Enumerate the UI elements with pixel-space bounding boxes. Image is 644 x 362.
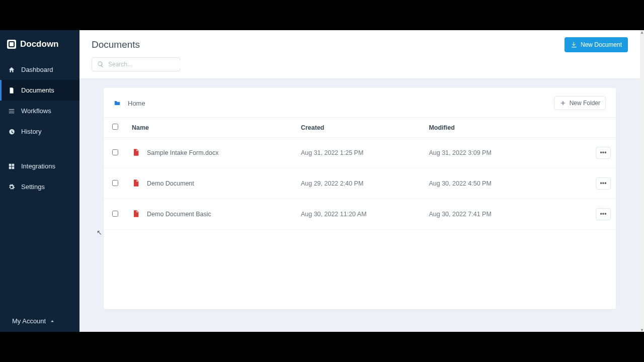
ellipsis-icon: ••• <box>600 180 606 187</box>
file-modified: Aug 30, 2022 4:50 PM <box>424 168 586 199</box>
sidebar: Docdown Dashboard Documents Workflows Hi… <box>0 30 79 332</box>
sidebar-item-label: Integrations <box>21 162 55 170</box>
new-folder-button[interactable]: New Folder <box>554 96 606 110</box>
sidebar-item-label: Documents <box>21 86 54 94</box>
row-checkbox[interactable] <box>112 149 118 155</box>
documents-table: Name Created Modified Sample Intake Form… <box>104 117 616 230</box>
history-icon <box>8 128 15 135</box>
chevron-up-icon <box>49 318 56 325</box>
table-row[interactable]: Demo Document Basic Aug 30, 2022 11:20 A… <box>104 199 616 230</box>
sidebar-item-label: Dashboard <box>21 66 53 73</box>
scrollbar[interactable] <box>640 30 644 332</box>
main: Documents New Document Home <box>79 30 640 332</box>
file-modified: Aug 30, 2022 7:41 PM <box>424 199 586 230</box>
download-icon <box>571 41 578 48</box>
row-actions-button[interactable]: ••• <box>596 177 611 190</box>
sidebar-item-label: Workflows <box>21 107 51 115</box>
plus-icon <box>559 100 567 107</box>
folder-icon <box>114 100 121 107</box>
sidebar-item-history[interactable]: History <box>0 121 79 142</box>
home-icon <box>8 66 15 73</box>
row-actions-button[interactable]: ••• <box>596 147 611 159</box>
brand-icon <box>7 40 16 49</box>
my-account-label: My Account <box>12 317 46 325</box>
gear-icon <box>8 184 15 191</box>
sidebar-item-label: Settings <box>21 183 45 191</box>
file-created: Aug 31, 2022 1:25 PM <box>296 138 424 168</box>
column-modified[interactable]: Modified <box>424 118 586 138</box>
table-row[interactable]: Sample Intake Form.docx Aug 31, 2022 1:2… <box>104 138 616 168</box>
new-document-label: New Document <box>581 41 622 48</box>
row-actions-button[interactable]: ••• <box>596 208 611 220</box>
ellipsis-icon: ••• <box>600 211 606 218</box>
breadcrumb[interactable]: Home <box>114 100 145 107</box>
bars-icon <box>8 108 15 115</box>
pdf-icon <box>132 210 140 219</box>
brand-name: Docdown <box>20 39 59 49</box>
ellipsis-icon: ••• <box>600 149 606 156</box>
scroll-up-icon[interactable]: ▲ <box>640 30 644 34</box>
sidebar-item-workflows[interactable]: Workflows <box>0 101 79 121</box>
scroll-down-icon[interactable]: ▼ <box>640 328 644 332</box>
sidebar-item-dashboard[interactable]: Dashboard <box>0 59 79 80</box>
table-row[interactable]: Demo Document Aug 29, 2022 2:40 PM Aug 3… <box>104 168 616 199</box>
column-created[interactable]: Created <box>296 118 424 138</box>
search-icon <box>97 61 104 68</box>
search-input[interactable] <box>108 61 184 68</box>
column-name[interactable]: Name <box>127 118 296 138</box>
documents-panel: Home New Folder Name Created Modified <box>104 88 616 309</box>
file-created: Aug 30, 2022 11:20 AM <box>296 199 424 230</box>
file-name: Demo Document <box>147 180 194 187</box>
select-all-checkbox[interactable] <box>112 124 118 130</box>
document-icon <box>8 87 15 94</box>
file-modified: Aug 31, 2022 3:09 PM <box>424 138 586 168</box>
sidebar-item-integrations[interactable]: Integrations <box>0 156 79 176</box>
new-folder-label: New Folder <box>570 100 600 107</box>
breadcrumb-home: Home <box>128 100 145 107</box>
brand[interactable]: Docdown <box>0 30 79 59</box>
new-document-button[interactable]: New Document <box>565 37 628 52</box>
search-wrap[interactable] <box>92 57 180 71</box>
sidebar-item-label: History <box>21 128 41 135</box>
page-title: Documents <box>92 39 140 50</box>
sidebar-item-documents[interactable]: Documents <box>0 80 79 101</box>
pdf-icon <box>132 179 140 189</box>
file-created: Aug 29, 2022 2:40 PM <box>296 168 424 199</box>
file-name: Sample Intake Form.docx <box>147 149 218 156</box>
my-account-menu[interactable]: My Account <box>0 310 79 332</box>
content: Home New Folder Name Created Modified <box>79 79 640 332</box>
row-checkbox[interactable] <box>112 180 118 186</box>
sidebar-item-settings[interactable]: Settings <box>0 176 79 197</box>
pdf-icon <box>132 148 140 158</box>
file-name: Demo Document Basic <box>147 211 211 218</box>
search-row <box>79 57 640 79</box>
grid-icon <box>8 163 15 170</box>
row-checkbox[interactable] <box>112 211 118 217</box>
topbar: Documents New Document <box>79 30 640 57</box>
